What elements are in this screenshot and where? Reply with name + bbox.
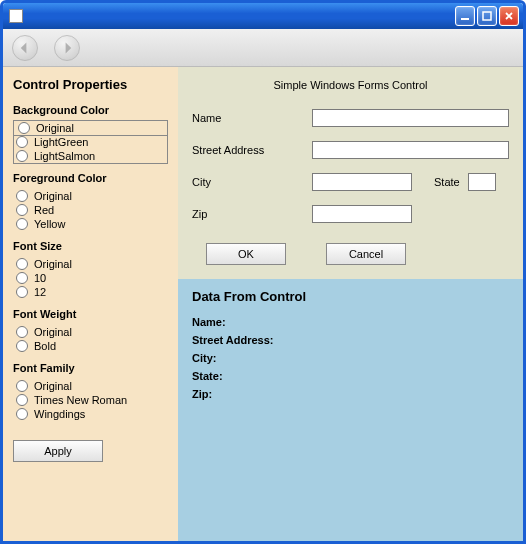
radio-fw-bold[interactable]: Bold xyxy=(14,339,167,353)
ok-button[interactable]: OK xyxy=(206,243,286,265)
apply-button[interactable]: Apply xyxy=(13,440,103,462)
radio-bg-original[interactable]: Original xyxy=(13,120,168,136)
radio-input[interactable] xyxy=(16,258,28,270)
city-input[interactable] xyxy=(312,173,412,191)
name-input[interactable] xyxy=(312,109,509,127)
row-zip: Zip xyxy=(192,205,509,223)
group-foreground: Original Red Yellow xyxy=(13,188,168,232)
radio-input[interactable] xyxy=(16,286,28,298)
label-city: City xyxy=(192,176,304,188)
data-state-line: State: xyxy=(192,370,509,382)
radio-input[interactable] xyxy=(16,394,28,406)
data-zip-line: Zip: xyxy=(192,388,509,400)
group-title-fontsize: Font Size xyxy=(13,240,168,252)
group-fontsize: Original 10 12 xyxy=(13,256,168,300)
app-window: Control Properties Background Color Orig… xyxy=(0,0,526,544)
radio-input[interactable] xyxy=(16,190,28,202)
window-buttons xyxy=(455,6,519,26)
svg-rect-1 xyxy=(483,12,491,20)
arrow-left-icon xyxy=(12,35,38,61)
data-heading: Data From Control xyxy=(192,289,509,304)
back-button[interactable] xyxy=(9,33,41,63)
maximize-button[interactable] xyxy=(477,6,497,26)
row-name: Name xyxy=(192,109,509,127)
data-area: Data From Control Name: Street Address: … xyxy=(178,279,523,541)
row-street: Street Address xyxy=(192,141,509,159)
form-buttons: OK Cancel xyxy=(192,237,509,265)
group-title-fontfamily: Font Family xyxy=(13,362,168,374)
radio-fs-10[interactable]: 10 xyxy=(14,271,167,285)
data-street-line: Street Address: xyxy=(192,334,509,346)
state-input[interactable] xyxy=(468,173,496,191)
label-street: Street Address xyxy=(192,144,304,156)
radio-input[interactable] xyxy=(16,204,28,216)
radio-input[interactable] xyxy=(16,340,28,352)
titlebar xyxy=(3,3,523,29)
radio-label: Yellow xyxy=(34,217,65,231)
svg-rect-0 xyxy=(461,18,469,20)
radio-fs-original[interactable]: Original xyxy=(14,257,167,271)
radio-label: Original xyxy=(34,257,72,271)
group-title-fontweight: Font Weight xyxy=(13,308,168,320)
forward-button[interactable] xyxy=(51,33,83,63)
row-city-state: City State xyxy=(192,173,509,191)
label-name: Name xyxy=(192,112,304,124)
radio-label: Original xyxy=(34,325,72,339)
form-area: Simple Windows Forms Control Name Street… xyxy=(178,67,523,279)
cancel-button[interactable]: Cancel xyxy=(326,243,406,265)
radio-fg-original[interactable]: Original xyxy=(14,189,167,203)
app-icon xyxy=(9,9,23,23)
street-input[interactable] xyxy=(312,141,509,159)
data-city-line: City: xyxy=(192,352,509,364)
close-button[interactable] xyxy=(499,6,519,26)
group-fontfamily: Original Times New Roman Wingdings xyxy=(13,378,168,422)
radio-ff-wingdings[interactable]: Wingdings xyxy=(14,407,167,421)
radio-fg-yellow[interactable]: Yellow xyxy=(14,217,167,231)
right-pane: Simple Windows Forms Control Name Street… xyxy=(178,67,523,541)
group-title-background: Background Color xyxy=(13,104,168,116)
label-state: State xyxy=(434,176,460,188)
radio-label: LightGreen xyxy=(34,135,88,149)
radio-label: 10 xyxy=(34,271,46,285)
label-zip: Zip xyxy=(192,208,304,220)
radio-fs-12[interactable]: 12 xyxy=(14,285,167,299)
radio-bg-lightgreen[interactable]: LightGreen xyxy=(14,135,167,149)
radio-label: 12 xyxy=(34,285,46,299)
toolbar xyxy=(3,29,523,67)
radio-fw-original[interactable]: Original xyxy=(14,325,167,339)
radio-input[interactable] xyxy=(16,380,28,392)
radio-ff-original[interactable]: Original xyxy=(14,379,167,393)
form-title: Simple Windows Forms Control xyxy=(192,79,509,91)
radio-input[interactable] xyxy=(16,408,28,420)
radio-input[interactable] xyxy=(16,218,28,230)
group-title-foreground: Foreground Color xyxy=(13,172,168,184)
group-background: Original LightGreen LightSalmon xyxy=(13,120,168,164)
radio-ff-tnr[interactable]: Times New Roman xyxy=(14,393,167,407)
radio-label: Original xyxy=(34,379,72,393)
group-fontweight: Original Bold xyxy=(13,324,168,354)
radio-fg-red[interactable]: Red xyxy=(14,203,167,217)
radio-label: Wingdings xyxy=(34,407,85,421)
radio-label: Bold xyxy=(34,339,56,353)
minimize-button[interactable] xyxy=(455,6,475,26)
zip-input[interactable] xyxy=(312,205,412,223)
radio-input[interactable] xyxy=(18,122,30,134)
radio-input[interactable] xyxy=(16,150,28,162)
radio-input[interactable] xyxy=(16,326,28,338)
sidebar: Control Properties Background Color Orig… xyxy=(3,67,178,541)
radio-label: Original xyxy=(36,121,74,135)
radio-input[interactable] xyxy=(16,136,28,148)
radio-label: Original xyxy=(34,189,72,203)
radio-label: Red xyxy=(34,203,54,217)
sidebar-heading: Control Properties xyxy=(13,77,168,92)
radio-label: LightSalmon xyxy=(34,149,95,163)
radio-label: Times New Roman xyxy=(34,393,127,407)
data-name-line: Name: xyxy=(192,316,509,328)
arrow-right-icon xyxy=(54,35,80,61)
radio-bg-lightsalmon[interactable]: LightSalmon xyxy=(14,149,167,163)
radio-input[interactable] xyxy=(16,272,28,284)
